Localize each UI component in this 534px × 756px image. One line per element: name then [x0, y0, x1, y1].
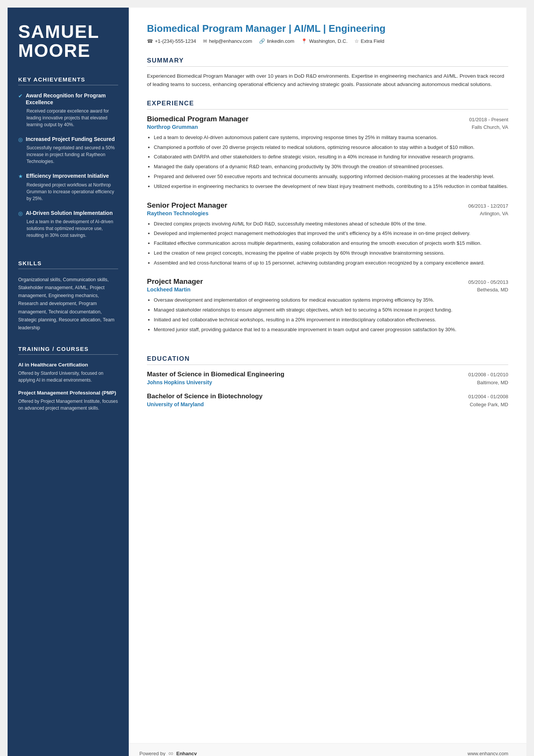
- education-section: EDUCATION Master of Science in Biomedica…: [147, 355, 508, 414]
- exp-bullets: Directed complex projects involving AI/M…: [147, 220, 508, 267]
- achievement-desc: Led a team in the development of AI-driv…: [18, 218, 118, 239]
- training-section: TRAINING / COURSES AI in Healthcare Cert…: [18, 346, 118, 417]
- experience-title: EXPERIENCE: [147, 100, 508, 110]
- name-last: MOORE: [18, 41, 118, 61]
- edu-dates: 01/2004 - 01/2008: [468, 394, 508, 399]
- training-item: Project Management Professional (PMP) Of…: [18, 390, 118, 412]
- edu-dates: 01/2008 - 01/2010: [468, 372, 508, 377]
- education-entry: Bachelor of Science in Biotechnology 01/…: [147, 392, 508, 407]
- achievement-item: ★ Efficiency Improvement Initiative Rede…: [18, 172, 118, 202]
- edu-school: University of Maryland: [147, 401, 204, 407]
- powered-by-text: Powered by: [139, 751, 166, 756]
- achievement-header: ◎ AI-Driven Solution Implementation: [18, 210, 118, 216]
- exp-job-title: Biomedical Program Manager: [147, 115, 248, 123]
- achievement-title: Efficiency Improvement Initiative: [26, 172, 109, 179]
- exp-dates: 01/2018 - Present: [469, 117, 508, 122]
- training-title: TRAINING / COURSES: [18, 346, 118, 355]
- footer-logo: Enhancv: [176, 751, 197, 756]
- exp-job-title: Senior Project Manager: [147, 201, 227, 210]
- resume: SAMUEL MOORE KEY ACHIEVEMENTS ✔ Award Re…: [8, 8, 526, 756]
- skills-title: SKILLS: [18, 260, 118, 269]
- main-header: Biomedical Program Manager | AI/ML | Eng…: [147, 23, 508, 46]
- achievement-header: ★ Efficiency Improvement Initiative: [18, 172, 118, 179]
- bullet-item: Championed a portfolio of over 20 divers…: [154, 144, 508, 152]
- experience-entry: Senior Project Manager 06/2013 - 12/2017…: [147, 201, 508, 267]
- skills-section: SKILLS Organizational skills, Communicat…: [18, 260, 118, 332]
- achievement-header: ◎ Increased Project Funding Secured: [18, 136, 118, 142]
- experience-list: Biomedical Program Manager 01/2018 - Pre…: [147, 115, 508, 334]
- experience-entry: Biomedical Program Manager 01/2018 - Pre…: [147, 115, 508, 191]
- skills-text: Organizational skills, Communication ski…: [18, 276, 118, 332]
- bullet-item: Led the creation of new project concepts…: [154, 249, 508, 257]
- edu-school-row: Johns Hopkins University Baltimore, MD: [147, 379, 508, 385]
- bullet-item: Prepared and delivered over 50 executive…: [154, 173, 508, 181]
- education-list: Master of Science in Biomedical Engineer…: [147, 370, 508, 407]
- exp-bullets: Oversaw development and implementation o…: [147, 296, 508, 333]
- bullet-item: Oversaw development and implementation o…: [154, 296, 508, 304]
- bullet-item: Led a team to develop AI-driven autonomo…: [154, 134, 508, 142]
- bullet-item: Collaborated with DARPA and other stakeh…: [154, 153, 508, 161]
- exp-job-title: Project Manager: [147, 277, 203, 286]
- achievement-header: ✔ Award Recognition for Program Excellen…: [18, 92, 118, 106]
- exp-location: Bethesda, MD: [477, 287, 508, 293]
- contact-item: ☎+1-(234)-555-1234: [147, 38, 196, 44]
- exp-title-row: Senior Project Manager 06/2013 - 12/2017: [147, 201, 508, 210]
- exp-bullets: Led a team to develop AI-driven autonomo…: [147, 134, 508, 191]
- achievement-title: Award Recognition for Program Excellence: [26, 92, 118, 106]
- education-entry: Master of Science in Biomedical Engineer…: [147, 370, 508, 385]
- exp-location: Falls Church, VA: [472, 124, 508, 130]
- job-title: Biomedical Program Manager | AI/ML | Eng…: [147, 23, 508, 34]
- contact-icon: ☎: [147, 38, 153, 44]
- contact-text: +1-(234)-555-1234: [155, 38, 196, 44]
- achievement-title: Increased Project Funding Secured: [26, 136, 115, 142]
- exp-company: Lockheed Martin: [147, 286, 190, 293]
- training-title: AI in Healthcare Certification: [18, 362, 118, 368]
- edu-location: Baltimore, MD: [477, 380, 508, 385]
- exp-company: Raytheon Technologies: [147, 210, 208, 216]
- contact-item: ☆Extra Field: [354, 38, 384, 44]
- footer-left: Powered by ∞ Enhancv: [139, 750, 197, 756]
- achievements-title: KEY ACHIEVEMENTS: [18, 76, 118, 85]
- exp-title-row: Project Manager 05/2010 - 05/2013: [147, 277, 508, 286]
- summary-title: SUMMARY: [147, 57, 508, 67]
- sidebar: SAMUEL MOORE KEY ACHIEVEMENTS ✔ Award Re…: [8, 8, 129, 756]
- education-title: EDUCATION: [147, 355, 508, 365]
- achievement-title: AI-Driven Solution Implementation: [26, 210, 112, 216]
- contact-text: Washington, D.C.: [309, 38, 347, 44]
- footer-website: www.enhancv.com: [468, 751, 508, 756]
- bullet-item: Developed and implemented project manage…: [154, 230, 508, 238]
- bullet-item: Managed the daily operations of a dynami…: [154, 163, 508, 171]
- bullet-item: Mentored junior staff, providing guidanc…: [154, 326, 508, 334]
- achievement-desc: Successfully negotiated and secured a 50…: [18, 144, 118, 165]
- achievement-item: ✔ Award Recognition for Program Excellen…: [18, 92, 118, 128]
- training-desc: Offered by Stanford University, focused …: [18, 370, 118, 383]
- exp-company-row: Northrop Grumman Falls Church, VA: [147, 124, 508, 130]
- training-title: Project Management Professional (PMP): [18, 390, 118, 396]
- edu-school: Johns Hopkins University: [147, 379, 212, 385]
- edu-title-row: Bachelor of Science in Biotechnology 01/…: [147, 392, 508, 401]
- achievements-section: KEY ACHIEVEMENTS ✔ Award Recognition for…: [18, 76, 118, 246]
- contact-text: Extra Field: [361, 38, 384, 44]
- edu-location: College Park, MD: [470, 402, 508, 407]
- achievement-icon: ◎: [18, 210, 23, 216]
- exp-title-row: Biomedical Program Manager 01/2018 - Pre…: [147, 115, 508, 123]
- exp-company-row: Raytheon Technologies Arlington, VA: [147, 210, 508, 216]
- contact-icon: 🔗: [259, 38, 265, 44]
- exp-dates: 05/2010 - 05/2013: [468, 279, 508, 285]
- exp-company: Northrop Grumman: [147, 124, 198, 130]
- training-list: AI in Healthcare Certification Offered b…: [18, 362, 118, 411]
- bullet-item: Utilized expertise in engineering mechan…: [154, 183, 508, 191]
- footer: Powered by ∞ Enhancv www.enhancv.com: [129, 743, 526, 756]
- contact-icon: ✉: [203, 38, 207, 44]
- achievement-icon: ★: [18, 173, 23, 179]
- main-content: Biomedical Program Manager | AI/ML | Eng…: [129, 8, 526, 743]
- experience-section: EXPERIENCE Biomedical Program Manager 01…: [147, 100, 508, 344]
- contact-text: linkedin.com: [267, 38, 294, 44]
- contact-item: 📍Washington, D.C.: [301, 38, 347, 44]
- achievement-desc: Received corporate excellence award for …: [18, 108, 118, 128]
- edu-title-row: Master of Science in Biomedical Engineer…: [147, 370, 508, 379]
- bullet-item: Assembled and led cross-functional teams…: [154, 259, 508, 267]
- bullet-item: Facilitated effective communication acro…: [154, 239, 508, 247]
- achievements-list: ✔ Award Recognition for Program Excellen…: [18, 92, 118, 239]
- edu-degree: Bachelor of Science in Biotechnology: [147, 392, 262, 401]
